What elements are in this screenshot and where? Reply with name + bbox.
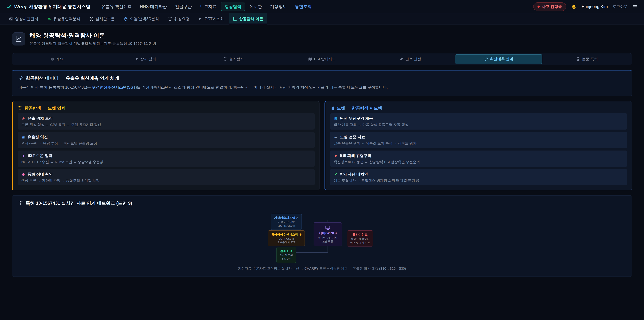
node-title: 기상예측시스템 ① (274, 216, 298, 220)
nav-item[interactable]: 게시판 (246, 2, 266, 11)
theory-tab[interactable]: 면적 산정 (366, 54, 454, 64)
menu-icon (632, 4, 638, 10)
tab-label: 원격탐사 (229, 57, 244, 62)
hamburger-menu-button[interactable] (632, 4, 638, 10)
notification-bell-button[interactable] (571, 4, 576, 10)
subnav-item-label: 유출유면적분석 (53, 16, 80, 22)
node-line: 조석정보 (280, 258, 293, 261)
node-line: 모델 구동 (318, 240, 337, 243)
nav-item[interactable]: 긴급구난 (172, 2, 195, 11)
page-header: 해양 항공탐색·원격탐사 이론 유출유 원격탐지·항공감시 기법·ESI 방제정… (12, 32, 632, 46)
desc-suffix: 을 기상예측시스템·검조소와 함께 인터넷으로 연결하여, 항공탐색 데이터가 … (137, 85, 388, 89)
network-panel-title-row: 특허 10-1567431 실시간 자료 연계 네트워크 (도면 9) (18, 200, 626, 206)
linkage-section-title: 항공탐색 데이터 → 유출유 확산예측 연계 체계 (26, 75, 119, 81)
weathering-icon: ● (21, 172, 25, 176)
card-item-title: ↗방제자원 배치안 (334, 172, 623, 177)
nav-item[interactable]: HNS·대기확산 (136, 2, 170, 11)
node-wing-server: 서버(WING) 데이터 수신·처리 모델 구동 (314, 222, 342, 246)
logout-link[interactable]: 로그아웃 (613, 4, 628, 9)
theory-tab[interactable]: 개요 (13, 54, 100, 64)
node-line: 토호쿠대학 FTP (271, 241, 302, 244)
theory-tab[interactable]: 확산예측 연계 (455, 54, 542, 64)
theory-tab[interactable]: ESI 방제지도 (278, 54, 366, 64)
card-item-title-text: 모델 검증 자료 (340, 134, 365, 140)
card-item-title: ▬모델 검증 자료 (334, 134, 623, 140)
node-satellite-receiving-system: 위성영상수신시스템 ② SST(NGSST) 토호쿠대학 FTP (268, 230, 305, 246)
thermometer-icon: ▮ (21, 154, 25, 157)
chart-line-icon (233, 17, 237, 21)
desc-prefix: 이문진 박사 특허(등록특허 10-1567431)는 (18, 85, 92, 89)
nav-item[interactable]: 보고자료 (196, 2, 220, 11)
nav-item[interactable]: 기상정보 (266, 2, 290, 11)
subnav-item[interactable]: 항공탐색 이론 (229, 14, 267, 24)
plane-icon (134, 57, 138, 61)
model-input-card-title: 항공탐색 → 모델 입력 (24, 105, 66, 111)
sst-system-link[interactable]: 위성영상수신시스템(SST) (92, 85, 137, 89)
network-panel-title: 특허 10-1567431 실시간 자료 연계 네트워크 (도면 9) (26, 200, 132, 206)
node-line: SST(NGSST) (271, 237, 302, 240)
antenna-icon (18, 106, 22, 110)
card-item-desc: 드론·위성 영상 → GPS 좌표 → 모델 유출지점 갱신 (21, 122, 311, 127)
linkage-cards: 항공탐색 → 모델 입력 ◉유출 위치 보정드론·위성 영상 → GPS 좌표 … (12, 101, 632, 190)
card-item-desc: 확산경로×ESI 등급 → 항공탐색 ESI 현장확인 우선순위 (334, 160, 623, 164)
bar-chart-icon (330, 106, 334, 110)
satellite-icon (168, 17, 172, 21)
model-feedback-items: ▩탐색 우선구역 제공확산 예측 결과 → 다음 항색 집중구역 자동 생성▬모… (330, 113, 627, 185)
card-item-desc: 실측 유출유 위치 ↔ 예측값 오차 분석 → 정확도 평가 (334, 141, 623, 146)
logo-text: Wing (14, 4, 27, 10)
linkage-section: 항공탐색 데이터 → 유출유 확산예측 연계 체계 이문진 박사 특허(등록특허… (12, 70, 632, 96)
subnav-item[interactable]: 유출유면적분석 (43, 14, 84, 24)
user-name: Eunjeong Kim (582, 4, 608, 9)
pencil-icon (400, 57, 403, 61)
subnav-item-label: 오염/선박3D분석 (130, 16, 159, 22)
photo-icon (9, 17, 13, 21)
card-item-title: ◉유출 위치 보정 (21, 116, 311, 121)
subnav-item[interactable]: 위성요청 (164, 14, 194, 24)
nav-right: 사고 진행중 Eunjeong Kim 로그아웃 (533, 2, 638, 11)
subnav-item[interactable]: CCTV 조회 (194, 14, 228, 24)
node-line: 유출지점·유출량 (350, 237, 370, 240)
subnav-item[interactable]: 실시간드론 (85, 14, 119, 24)
subnav-item-label: 항공탐색 이론 (239, 16, 263, 22)
model-feedback-card-title: 모델 → 항공탐색 피드백 (337, 105, 382, 111)
theory-tab[interactable]: 탐지 장비 (102, 54, 189, 64)
card-item-title: ▩탐색 우선구역 제공 (334, 116, 623, 121)
card-item-title-text: 풍화 상태 확인 (28, 172, 53, 177)
card-item-title: ●풍화 상태 확인 (21, 172, 311, 177)
card-item-title-text: 유출 위치 보정 (28, 116, 53, 121)
theory-tabs: 개요탐지 장비원격탐사ESI 방제지도면적 산정확산예측 연계논문·특허 (12, 53, 632, 65)
chart-line-icon (15, 36, 22, 42)
tab-label: 면적 산정 (405, 57, 421, 62)
bell-icon (571, 4, 576, 10)
page-subtitle: 유출유 원격탐지·항공감시 기법·ESI 방제정보지도·등록특허 10-1567… (30, 41, 156, 46)
card-item-desc: 확산 예측 결과 → 다음 항색 집중구역 자동 생성 (334, 122, 623, 127)
model-input-card: 항공탐색 → 모델 입력 ◉유출 위치 보정드론·위성 영상 → GPS 좌표 … (12, 101, 320, 190)
card-item: ▩탐색 우선구역 제공확산 예측 결과 → 다음 항색 집중구역 자동 생성 (330, 113, 627, 130)
main-nav: 유출유 확산예측HNS·대기확산긴급구난보고자료항공탐색게시판기상정보통합조회 (98, 2, 315, 11)
card-item: ▮SST 수온 입력NGSST FTP 수신 → Akima 보간 → 증발모델… (18, 151, 314, 167)
node-title: 서버(WING) (318, 231, 337, 235)
tab-label: 개요 (56, 57, 64, 62)
card-item: ◉유출 위치 보정드론·위성 영상 → GPS 좌표 → 모델 유출지점 갱신 (18, 113, 314, 130)
map-grid-icon (308, 57, 312, 61)
area-icon (47, 17, 51, 21)
network-diagram: 기상예측시스템 ① 바람·기온·기압 국립기상과학원 위성영상수신시스템 ② S… (210, 214, 434, 261)
nav-item[interactable]: 유출유 확산예측 (98, 2, 135, 11)
ship3d-icon (124, 17, 128, 21)
theory-tab[interactable]: 논문·특허 (544, 54, 631, 64)
theory-tab[interactable]: 원격탐사 (190, 54, 278, 64)
subnav-item-label: 위성요청 (174, 16, 190, 22)
model-feedback-card-title-row: 모델 → 항공탐색 피드백 (330, 105, 627, 111)
nav-item[interactable]: 항공탐색 (221, 2, 245, 11)
subnav-item[interactable]: 영상사진관리 (5, 14, 42, 24)
page-title: 해양 항공탐색·원격탐사 이론 (30, 32, 156, 40)
model-input-items: ◉유출 위치 보정드론·위성 영상 → GPS 좌표 → 모델 유출지점 갱신▦… (18, 113, 314, 185)
trend-icon: ↗ (334, 172, 338, 176)
card-item-desc: 색상 분류 → 잔량비 추정 → 풍화모델 초기값 보정 (21, 178, 311, 183)
card-item: ◆ESI 피해 위험구역확산경로×ESI 등급 → 항공탐색 ESI 현장확인 … (330, 151, 627, 167)
map-icon: ▩ (334, 116, 338, 120)
subnav-item[interactable]: 오염/선박3D분석 (120, 14, 163, 24)
card-item-title: ▦유출량 역산 (21, 134, 311, 140)
nav-item[interactable]: 통합조회 (291, 2, 315, 11)
calc-icon: ▦ (21, 135, 25, 139)
